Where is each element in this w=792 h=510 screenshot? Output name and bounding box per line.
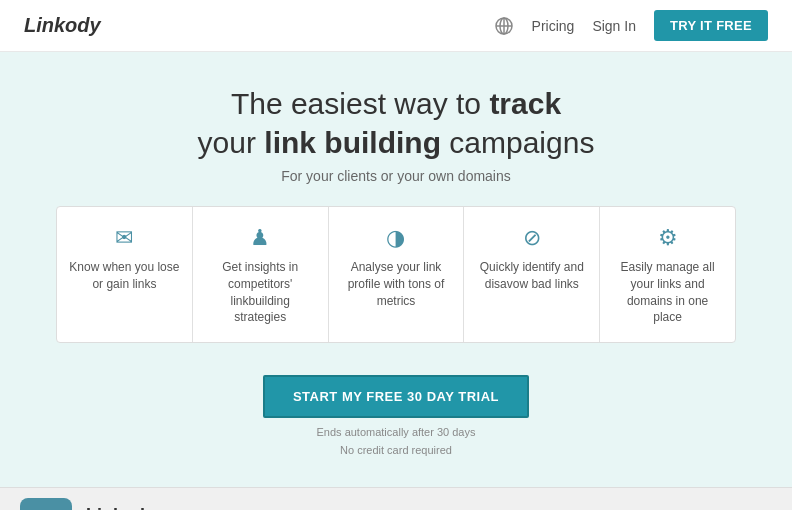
- feature-text-1: Know when you lose or gain links: [69, 259, 180, 293]
- footer-bar: L Linkody The Easiest Way To Track Your …: [0, 487, 792, 510]
- logo: Linkody: [24, 14, 101, 37]
- feature-text-4: Quickly identify and disavow bad links: [476, 259, 587, 293]
- feature-item-1: ✉ Know when you lose or gain links: [57, 207, 193, 342]
- footer-app-name: Linkody: [86, 505, 688, 510]
- feature-item-5: ⚙ Easily manage all your links and domai…: [600, 207, 735, 342]
- hero-title-line1: The easiest way to track: [231, 87, 561, 120]
- nav-links: Pricing Sign In TRY IT FREE: [494, 10, 768, 41]
- feature-item-4: ⊘ Quickly identify and disavow bad links: [464, 207, 600, 342]
- gear-icon: ⚙: [612, 225, 723, 251]
- cta-note: Ends automatically after 30 days No cred…: [20, 424, 772, 459]
- feature-text-3: Analyse your link profile with tons of m…: [341, 259, 452, 309]
- ban-icon: ⊘: [476, 225, 587, 251]
- hero-bold-linkbuilding: link building: [264, 126, 441, 159]
- feature-text-2: Get insights in competitors' linkbuildin…: [205, 259, 316, 326]
- hero-subtitle: For your clients or your own domains: [20, 168, 772, 184]
- email-icon: ✉: [69, 225, 180, 251]
- globe-icon: [494, 16, 514, 36]
- chart-icon: ◑: [341, 225, 452, 251]
- cta-note-line1: Ends automatically after 30 days: [317, 426, 476, 438]
- feature-text-5: Easily manage all your links and domains…: [612, 259, 723, 326]
- navbar: Linkody Pricing Sign In TRY IT FREE: [0, 0, 792, 52]
- try-free-button[interactable]: TRY IT FREE: [654, 10, 768, 41]
- start-trial-button[interactable]: START MY FREE 30 DAY TRIAL: [263, 375, 529, 418]
- hero-title-end: campaigns: [441, 126, 594, 159]
- hero-title: The easiest way to track your link build…: [20, 84, 772, 162]
- footer-info: Linkody The Easiest Way To Track Your Li…: [86, 505, 688, 510]
- hero-bold-track: track: [489, 87, 561, 120]
- feature-item-2: ♟ Get insights in competitors' linkbuild…: [193, 207, 329, 342]
- chess-icon: ♟: [205, 225, 316, 251]
- feature-item-3: ◑ Analyse your link profile with tons of…: [329, 207, 465, 342]
- cta-note-line2: No credit card required: [340, 444, 452, 456]
- features-row: ✉ Know when you lose or gain links ♟ Get…: [56, 206, 736, 343]
- footer-logo-box: L: [20, 498, 72, 510]
- hero-section: The easiest way to track your link build…: [0, 52, 792, 487]
- hero-title-line2: your link building campaigns: [198, 126, 595, 159]
- cta-section: START MY FREE 30 DAY TRIAL Ends automati…: [20, 365, 772, 467]
- signin-link[interactable]: Sign In: [592, 18, 636, 34]
- pricing-link[interactable]: Pricing: [532, 18, 575, 34]
